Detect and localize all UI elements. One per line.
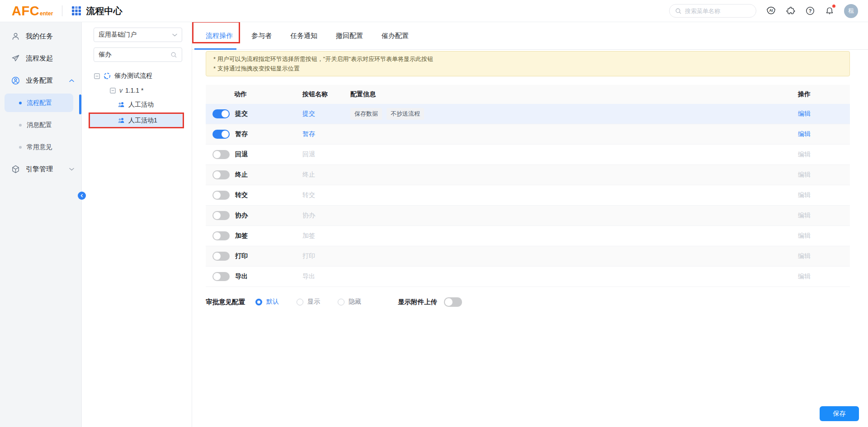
- radio-hide[interactable]: 隐藏: [338, 298, 361, 306]
- tab-process-operation[interactable]: 流程操作: [206, 22, 233, 49]
- toggle-switch[interactable]: [212, 231, 230, 240]
- avatar[interactable]: 租: [844, 4, 858, 18]
- tab-withdraw-config[interactable]: 撤回配置: [336, 22, 363, 49]
- tab-label: 撤回配置: [336, 32, 363, 40]
- tab-task-notification[interactable]: 任务通知: [290, 22, 317, 49]
- tree-node-version[interactable]: v 1.1.1 *: [94, 83, 182, 98]
- tree-node-activity-1[interactable]: 人工活动: [94, 98, 182, 112]
- topbar-search[interactable]: [669, 4, 756, 18]
- button-name-link[interactable]: 打印: [302, 252, 350, 260]
- grid-menu-icon[interactable]: [71, 6, 81, 16]
- button-name-link[interactable]: 协办: [302, 211, 350, 220]
- tree-panel: 应用基础门户 催办测试流程: [82, 22, 192, 427]
- sidebar-item-engine-management[interactable]: 引擎管理: [0, 158, 81, 180]
- edit-link[interactable]: 编辑: [798, 110, 811, 117]
- toggle-switch[interactable]: [212, 170, 230, 179]
- toggle-switch[interactable]: [212, 150, 230, 159]
- toggle-switch[interactable]: [212, 191, 230, 200]
- user-circle-icon: [11, 76, 20, 85]
- chevron-up-icon: [69, 79, 74, 82]
- app-portal-select[interactable]: 应用基础门户: [94, 28, 182, 42]
- tree-node-activity-2[interactable]: 人工活动1: [90, 114, 183, 127]
- radio-show[interactable]: 显示: [297, 298, 320, 306]
- chevron-down-icon: [69, 168, 74, 171]
- sidebar-item-label: 我的任务: [26, 32, 53, 41]
- collapse-minus-icon[interactable]: [110, 88, 116, 94]
- radio-default[interactable]: 默认: [255, 298, 279, 306]
- table-row-export: 导出 导出 编辑: [206, 267, 850, 287]
- attachment-upload-control: 显示附件上传: [398, 297, 462, 307]
- tab-urge-config[interactable]: 催办配置: [382, 22, 409, 49]
- topbar-divider: [62, 5, 62, 16]
- sidebar-item-message-config[interactable]: 消息配置: [0, 114, 81, 136]
- table-header: 动作 按钮名称 配置信息 操作: [206, 85, 850, 104]
- edit-link[interactable]: 编辑: [798, 252, 811, 259]
- button-name-link[interactable]: 终止: [302, 171, 350, 179]
- panel-collapse-button[interactable]: [78, 192, 86, 200]
- radio-label: 默认: [266, 298, 279, 306]
- toggle-switch[interactable]: [212, 211, 230, 220]
- sidebar-item-process-start[interactable]: 流程发起: [0, 47, 81, 70]
- tab-participants[interactable]: 参与者: [251, 22, 272, 49]
- table-row-countersign: 加签 加签 编辑: [206, 226, 850, 246]
- button-name-link[interactable]: 导出: [302, 272, 350, 281]
- annotation-box-tree-node: 人工活动1: [89, 113, 184, 128]
- bullet-dot: [19, 124, 22, 127]
- tree-search-input[interactable]: [99, 51, 162, 58]
- toggle-switch[interactable]: [212, 252, 230, 261]
- plugin-puzzle-icon[interactable]: [786, 6, 796, 16]
- tab-label: 催办配置: [382, 32, 409, 40]
- notice-line: * 用户可以为流程指定环节选择所需按钮，"开关启用"表示对应环节表单将显示此按钮: [213, 54, 842, 64]
- toggle-switch[interactable]: [212, 109, 230, 118]
- tree-search-box[interactable]: [94, 47, 182, 62]
- tree-node-root[interactable]: 催办测试流程: [94, 69, 182, 83]
- notification-dot: [832, 5, 835, 8]
- active-menu-indicator: [79, 94, 81, 114]
- version-prefix: v: [119, 87, 123, 94]
- attachment-upload-label: 显示附件上传: [398, 298, 437, 306]
- col-header-config-info: 配置信息: [350, 90, 756, 99]
- search-input[interactable]: [685, 8, 764, 14]
- tree-node-label: v 1.1.1 *: [119, 87, 143, 94]
- sidebar: 我的任务 流程发起 业务配置 流程配置 消息配置: [0, 22, 82, 427]
- help-icon[interactable]: ?: [805, 6, 815, 16]
- sidebar-item-common-opinions[interactable]: 常用意见: [0, 136, 81, 158]
- save-button[interactable]: 保存: [820, 406, 859, 421]
- edit-link[interactable]: 编辑: [798, 272, 811, 280]
- table-row-print: 打印 打印 编辑: [206, 246, 850, 267]
- edit-link[interactable]: 编辑: [798, 150, 811, 158]
- toggle-switch[interactable]: [212, 272, 230, 281]
- action-label: 终止: [235, 171, 248, 179]
- button-name-link[interactable]: 加签: [302, 232, 350, 240]
- notice-line: * 支持通过拖拽改变按钮显示位置: [213, 64, 842, 73]
- edit-link[interactable]: 编辑: [798, 232, 811, 239]
- edit-link[interactable]: 编辑: [798, 171, 811, 178]
- sidebar-item-process-config[interactable]: 流程配置: [0, 92, 81, 114]
- table-row-rollback: 回退 回退 编辑: [206, 145, 850, 165]
- process-icon: [104, 72, 111, 80]
- toggle-switch[interactable]: [212, 130, 230, 139]
- edit-link[interactable]: 编辑: [798, 191, 811, 198]
- ai-assistant-icon[interactable]: AI: [766, 6, 776, 16]
- action-label: 协办: [235, 211, 248, 220]
- user-icon: [11, 32, 20, 41]
- button-name-link[interactable]: 回退: [302, 150, 350, 159]
- sidebar-item-business-config[interactable]: 业务配置: [0, 70, 81, 92]
- button-name-link[interactable]: 转交: [302, 191, 350, 199]
- button-name-link[interactable]: 提交: [302, 110, 350, 118]
- sidebar-item-my-tasks[interactable]: 我的任务: [0, 25, 81, 47]
- topbar: AFC enter 流程中心 AI: [0, 0, 868, 22]
- edit-link[interactable]: 编辑: [798, 211, 811, 219]
- notification-bell-icon[interactable]: [825, 6, 835, 16]
- button-name-link[interactable]: 暂存: [302, 130, 350, 138]
- edit-link[interactable]: 编辑: [798, 130, 811, 137]
- table-row-transfer: 转交 转交 编辑: [206, 185, 850, 206]
- attachment-toggle-switch[interactable]: [444, 297, 462, 307]
- app-logo[interactable]: AFC enter: [12, 5, 53, 18]
- people-group-icon: [118, 117, 125, 124]
- search-icon: [170, 52, 177, 58]
- tab-label: 参与者: [251, 32, 272, 40]
- table-row-save-draft: 暂存 暂存 编辑: [206, 124, 850, 145]
- collapse-minus-icon[interactable]: [94, 73, 100, 79]
- select-value: 应用基础门户: [99, 31, 137, 39]
